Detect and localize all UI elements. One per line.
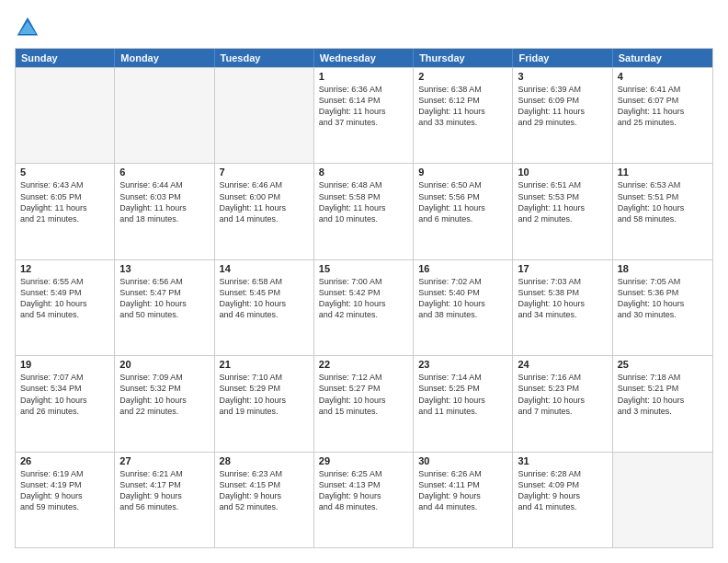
day-info: Sunrise: 7:16 AM Sunset: 5:23 PM Dayligh… [518, 372, 607, 417]
day-number: 3 [518, 71, 607, 82]
day-info: Sunrise: 6:56 AM Sunset: 5:47 PM Dayligh… [119, 276, 209, 321]
day-number: 8 [319, 167, 408, 178]
calendar-row: 12Sunrise: 6:55 AM Sunset: 5:49 PM Dayli… [16, 259, 712, 355]
day-number: 30 [418, 455, 507, 466]
weekday-header: Friday [513, 49, 612, 67]
day-number: 27 [119, 455, 209, 466]
day-number: 6 [119, 167, 209, 178]
calendar-cell: 17Sunrise: 7:03 AM Sunset: 5:38 PM Dayli… [513, 260, 612, 355]
day-number: 15 [319, 263, 408, 274]
calendar-row: 19Sunrise: 7:07 AM Sunset: 5:34 PM Dayli… [16, 355, 712, 451]
calendar-cell: 16Sunrise: 7:02 AM Sunset: 5:40 PM Dayli… [414, 260, 513, 355]
calendar-cell: 27Sunrise: 6:21 AM Sunset: 4:17 PM Dayli… [115, 453, 214, 547]
calendar-cell: 12Sunrise: 6:55 AM Sunset: 5:49 PM Dayli… [16, 260, 115, 355]
calendar-cell: 3Sunrise: 6:39 AM Sunset: 6:09 PM Daylig… [513, 68, 612, 163]
weekday-header: Thursday [414, 49, 513, 67]
day-info: Sunrise: 6:51 AM Sunset: 5:53 PM Dayligh… [518, 179, 607, 224]
calendar-cell: 1Sunrise: 6:36 AM Sunset: 6:14 PM Daylig… [314, 68, 414, 163]
calendar-cell: 18Sunrise: 7:05 AM Sunset: 5:36 PM Dayli… [613, 260, 712, 355]
weekday-header: Wednesday [314, 49, 414, 67]
calendar-cell: 6Sunrise: 6:44 AM Sunset: 6:03 PM Daylig… [115, 164, 214, 259]
day-info: Sunrise: 6:41 AM Sunset: 6:07 PM Dayligh… [618, 84, 708, 129]
day-info: Sunrise: 7:00 AM Sunset: 5:42 PM Dayligh… [319, 276, 408, 321]
logo [15, 15, 44, 40]
day-info: Sunrise: 7:07 AM Sunset: 5:34 PM Dayligh… [20, 372, 109, 417]
day-info: Sunrise: 6:58 AM Sunset: 5:45 PM Dayligh… [220, 276, 309, 321]
calendar-cell: 31Sunrise: 6:28 AM Sunset: 4:09 PM Dayli… [513, 453, 612, 547]
page: SundayMondayTuesdayWednesdayThursdayFrid… [0, 0, 728, 563]
calendar-cell [16, 68, 115, 163]
day-number: 31 [518, 455, 607, 466]
day-info: Sunrise: 6:19 AM Sunset: 4:19 PM Dayligh… [20, 468, 109, 513]
day-number: 23 [418, 359, 507, 370]
calendar-cell: 25Sunrise: 7:18 AM Sunset: 5:21 PM Dayli… [613, 356, 712, 451]
day-number: 24 [518, 359, 607, 370]
day-number: 19 [20, 359, 109, 370]
day-number: 10 [518, 167, 607, 178]
day-number: 29 [319, 455, 408, 466]
day-info: Sunrise: 6:21 AM Sunset: 4:17 PM Dayligh… [119, 468, 209, 513]
day-number: 2 [418, 71, 507, 82]
calendar-cell: 7Sunrise: 6:46 AM Sunset: 6:00 PM Daylig… [215, 164, 314, 259]
day-number: 9 [418, 167, 507, 178]
calendar-cell [215, 68, 314, 163]
day-info: Sunrise: 6:43 AM Sunset: 6:05 PM Dayligh… [20, 179, 109, 224]
logo-icon [15, 15, 40, 40]
day-info: Sunrise: 6:46 AM Sunset: 6:00 PM Dayligh… [220, 179, 309, 224]
calendar-cell: 2Sunrise: 6:38 AM Sunset: 6:12 PM Daylig… [414, 68, 513, 163]
day-number: 18 [618, 263, 708, 274]
day-number: 22 [319, 359, 408, 370]
day-info: Sunrise: 7:10 AM Sunset: 5:29 PM Dayligh… [220, 372, 309, 417]
calendar-cell: 23Sunrise: 7:14 AM Sunset: 5:25 PM Dayli… [414, 356, 513, 451]
calendar-cell: 22Sunrise: 7:12 AM Sunset: 5:27 PM Dayli… [314, 356, 414, 451]
calendar-cell: 5Sunrise: 6:43 AM Sunset: 6:05 PM Daylig… [16, 164, 115, 259]
calendar-cell: 19Sunrise: 7:07 AM Sunset: 5:34 PM Dayli… [16, 356, 115, 451]
day-info: Sunrise: 6:36 AM Sunset: 6:14 PM Dayligh… [319, 84, 408, 129]
day-info: Sunrise: 6:38 AM Sunset: 6:12 PM Dayligh… [418, 84, 507, 129]
weekday-header: Tuesday [215, 49, 314, 67]
calendar-cell: 14Sunrise: 6:58 AM Sunset: 5:45 PM Dayli… [215, 260, 314, 355]
day-number: 4 [618, 71, 708, 82]
day-info: Sunrise: 6:26 AM Sunset: 4:11 PM Dayligh… [418, 468, 507, 513]
calendar: SundayMondayTuesdayWednesdayThursdayFrid… [15, 48, 713, 548]
day-number: 21 [220, 359, 309, 370]
weekday-header: Sunday [16, 49, 115, 67]
calendar-header: SundayMondayTuesdayWednesdayThursdayFrid… [16, 49, 712, 67]
calendar-cell: 4Sunrise: 6:41 AM Sunset: 6:07 PM Daylig… [613, 68, 712, 163]
calendar-cell: 15Sunrise: 7:00 AM Sunset: 5:42 PM Dayli… [314, 260, 414, 355]
day-info: Sunrise: 6:48 AM Sunset: 5:58 PM Dayligh… [319, 179, 408, 224]
calendar-row: 5Sunrise: 6:43 AM Sunset: 6:05 PM Daylig… [16, 163, 712, 259]
day-number: 13 [119, 263, 209, 274]
day-number: 14 [220, 263, 309, 274]
calendar-cell: 11Sunrise: 6:53 AM Sunset: 5:51 PM Dayli… [613, 164, 712, 259]
header [15, 15, 713, 40]
calendar-cell [613, 453, 712, 547]
calendar-cell [115, 68, 214, 163]
day-info: Sunrise: 6:23 AM Sunset: 4:15 PM Dayligh… [220, 468, 309, 513]
day-info: Sunrise: 7:18 AM Sunset: 5:21 PM Dayligh… [618, 372, 708, 417]
calendar-row: 26Sunrise: 6:19 AM Sunset: 4:19 PM Dayli… [16, 452, 712, 547]
calendar-cell: 9Sunrise: 6:50 AM Sunset: 5:56 PM Daylig… [414, 164, 513, 259]
day-info: Sunrise: 6:44 AM Sunset: 6:03 PM Dayligh… [119, 179, 209, 224]
day-info: Sunrise: 7:12 AM Sunset: 5:27 PM Dayligh… [319, 372, 408, 417]
calendar-cell: 10Sunrise: 6:51 AM Sunset: 5:53 PM Dayli… [513, 164, 612, 259]
day-number: 12 [20, 263, 109, 274]
day-number: 5 [20, 167, 109, 178]
day-number: 20 [119, 359, 209, 370]
calendar-cell: 28Sunrise: 6:23 AM Sunset: 4:15 PM Dayli… [215, 453, 314, 547]
weekday-header: Monday [115, 49, 214, 67]
calendar-row: 1Sunrise: 6:36 AM Sunset: 6:14 PM Daylig… [16, 67, 712, 163]
calendar-cell: 26Sunrise: 6:19 AM Sunset: 4:19 PM Dayli… [16, 453, 115, 547]
day-number: 11 [618, 167, 708, 178]
day-number: 25 [618, 359, 708, 370]
day-info: Sunrise: 6:55 AM Sunset: 5:49 PM Dayligh… [20, 276, 109, 321]
day-info: Sunrise: 7:09 AM Sunset: 5:32 PM Dayligh… [119, 372, 209, 417]
calendar-cell: 24Sunrise: 7:16 AM Sunset: 5:23 PM Dayli… [513, 356, 612, 451]
calendar-cell: 8Sunrise: 6:48 AM Sunset: 5:58 PM Daylig… [314, 164, 414, 259]
day-info: Sunrise: 7:14 AM Sunset: 5:25 PM Dayligh… [418, 372, 507, 417]
day-number: 17 [518, 263, 607, 274]
day-number: 26 [20, 455, 109, 466]
calendar-cell: 29Sunrise: 6:25 AM Sunset: 4:13 PM Dayli… [314, 453, 414, 547]
day-info: Sunrise: 6:53 AM Sunset: 5:51 PM Dayligh… [618, 179, 708, 224]
day-info: Sunrise: 6:50 AM Sunset: 5:56 PM Dayligh… [418, 179, 507, 224]
